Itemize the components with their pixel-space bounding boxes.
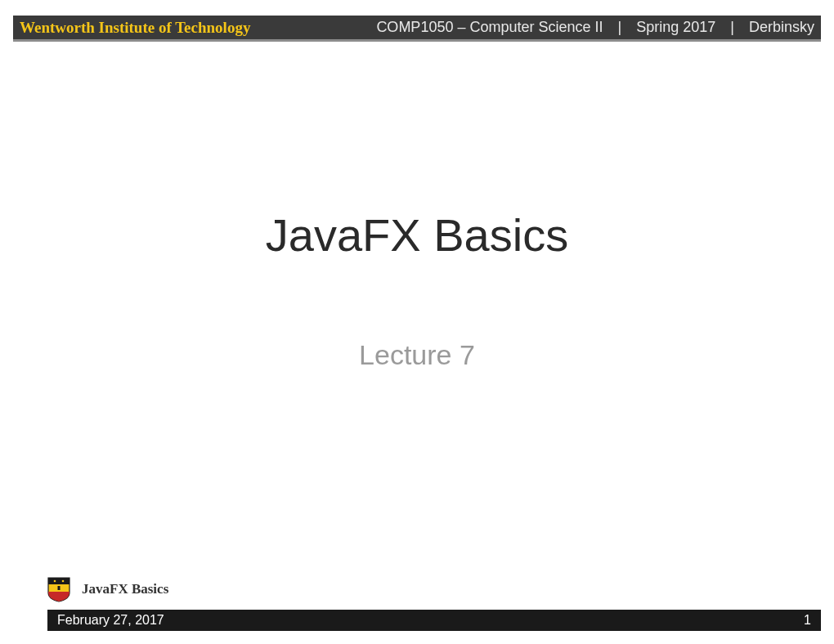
- footer-bar: February 27, 2017 1: [47, 610, 821, 631]
- footer-topic: JavaFX Basics: [47, 576, 168, 602]
- footer-date: February 27, 2017: [57, 613, 164, 628]
- svg-point-0: [54, 580, 56, 583]
- svg-rect-2: [58, 586, 61, 590]
- footer-topic-text: JavaFX Basics: [82, 581, 168, 597]
- slide-title: JavaFX Basics: [266, 208, 568, 262]
- slide-content: JavaFX Basics Lecture 7: [0, 0, 834, 644]
- slide-subtitle: Lecture 7: [359, 339, 475, 371]
- footer-page-number: 1: [804, 613, 811, 628]
- shield-icon: [47, 576, 70, 602]
- svg-point-1: [62, 580, 65, 583]
